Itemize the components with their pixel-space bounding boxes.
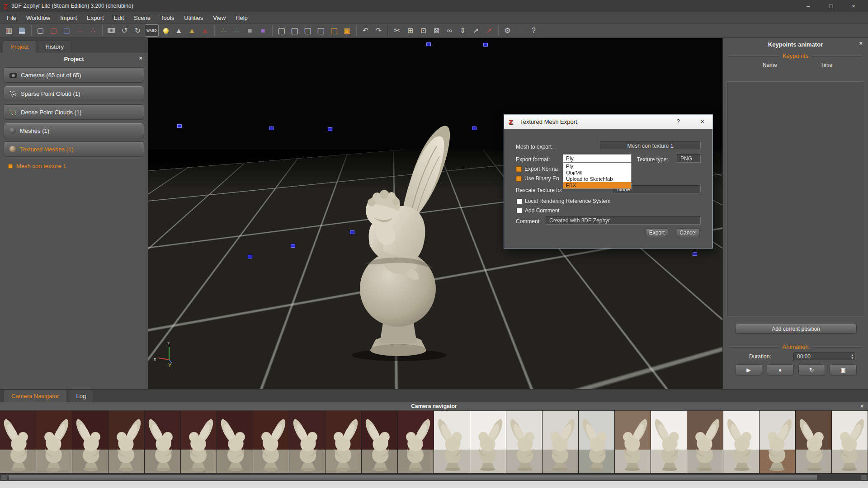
camera-thumbnail[interactable] [796,411,832,473]
project-panel-close-icon[interactable]: × [139,55,142,61]
camera-marker[interactable] [269,127,274,130]
camera-thumbnail[interactable] [723,411,760,473]
camera-thumbnail[interactable] [72,411,108,473]
project-item[interactable]: Textured Meshes (1) [4,141,144,157]
keypoints-panel-close-icon[interactable]: × [859,40,863,47]
redo-icon[interactable]: ↷ [373,24,385,37]
camera-view-icon[interactable] [105,24,118,37]
camera-marker[interactable] [328,127,332,131]
camera-thumbnail[interactable] [470,411,506,473]
minimize-button[interactable]: – [804,3,813,9]
thumbnail-scrollbar[interactable] [0,473,868,481]
camera-thumbnail[interactable] [362,411,398,473]
comment-input[interactable]: Created with 3DF Zephyr [546,216,701,225]
cube-gray-icon[interactable]: ■ [244,24,256,37]
camera-thumbnail[interactable] [434,411,470,473]
points-color2-icon[interactable]: ∴ [231,24,243,37]
delete-selection-icon[interactable]: ⊠ [430,24,443,37]
camera-marker[interactable] [177,124,182,128]
scrollbar-handle[interactable] [8,475,817,480]
camera-thumbnail[interactable] [253,411,289,473]
duration-input[interactable]: 00:00 ▲▼ [793,352,855,361]
rotate-cw-icon[interactable]: ↻ [132,24,144,37]
link-icon[interactable]: ∞ [443,24,456,37]
dense-cloud-red-icon[interactable]: ∴ [74,24,86,37]
bottom-tab[interactable]: Log [69,389,94,402]
grid-edit-icon[interactable]: ⊞ [404,24,416,37]
camera-thumbnail[interactable] [760,411,796,473]
panel-tab[interactable]: History [38,40,71,53]
local-rendering-checkbox[interactable] [516,198,522,204]
camera-marker[interactable] [693,252,697,256]
cancel-button[interactable]: Cancel [677,228,699,237]
points-color-icon[interactable]: ∴ [217,24,230,37]
camera-thumbnail[interactable] [832,411,868,473]
add-comment-checkbox[interactable] [516,208,522,214]
mesh-colored-icon[interactable]: ▲ [186,24,198,37]
select-inverse-icon[interactable]: ▢ [315,24,327,37]
select-poly-icon[interactable]: ▢ [288,24,301,37]
measure-icon[interactable]: ⇕ [457,24,469,37]
camera-thumbnail[interactable] [398,411,434,473]
camera-marker[interactable] [350,230,354,234]
project-item[interactable]: Sparse Point Cloud (1) [4,86,144,101]
maximize-button[interactable]: □ [826,3,835,9]
select-rect-icon[interactable]: ▢ [275,24,288,37]
menu-item[interactable]: Edit [109,12,129,23]
camera-thumbnail[interactable] [36,411,72,473]
select-color-icon[interactable]: ▢ [328,24,340,37]
menu-item[interactable]: View [208,12,231,23]
settings-gear-icon[interactable]: ⚙ [501,24,514,37]
workspace-box-blue-icon[interactable]: ▢ [61,24,73,37]
select-lasso-icon[interactable]: ▢ [302,24,314,37]
menu-item[interactable]: Import [55,12,82,23]
dialog-help-button[interactable]: ? [677,118,680,125]
viewer-icon[interactable]: ∞ [514,24,527,37]
project-item[interactable]: Cameras (65 out of 65) [4,67,144,83]
scroll-right-button[interactable] [861,474,867,481]
camera-marker[interactable] [426,42,431,46]
wasd-mode-icon[interactable]: WASD [145,24,159,37]
dropdown-option[interactable]: Upload to Sketchfab [563,176,631,182]
workspace-box-red-icon[interactable]: ▢ [47,24,60,37]
camera-marker[interactable] [291,244,295,248]
play-button[interactable]: ▶ [735,364,762,375]
project-item[interactable]: Dense Point Clouds (1) [4,104,144,120]
mask-edit-icon[interactable]: ⊡ [417,24,429,37]
camera-thumbnail[interactable] [687,411,723,473]
camera-thumbnail[interactable] [542,411,579,473]
menu-item[interactable]: Scene [129,12,156,23]
texture-type-combobox[interactable]: PNG [677,154,701,163]
camera-navigator-close-icon[interactable]: × [860,403,863,409]
dropdown-option[interactable]: Ply [563,163,631,169]
scroll-left-button[interactable] [1,474,7,481]
loop-button[interactable]: ↻ [798,364,826,375]
cut-selection-icon[interactable]: ✂ [391,24,403,37]
camera-thumbnail[interactable] [326,411,362,473]
keyframes-button[interactable]: ▣ [830,364,857,375]
dialog-close-button[interactable]: × [700,117,704,125]
close-button[interactable]: × [849,3,858,9]
menu-item[interactable]: File [2,12,21,23]
menu-item[interactable]: Export [82,12,109,23]
export-format-combobox[interactable]: Ply [563,154,632,163]
keypoints-list[interactable] [726,81,864,317]
camera-marker[interactable] [483,43,488,47]
camera-thumbnail[interactable] [145,411,181,473]
export-model-icon[interactable]: ↗ [470,24,482,37]
camera-thumbnail[interactable] [651,411,687,473]
open-project-icon[interactable]: ▥ [3,24,15,37]
camera-thumbnail[interactable] [108,411,145,473]
light-icon[interactable] [160,24,172,37]
confirm-selection-icon[interactable]: ▣ [341,24,353,37]
add-current-position-button[interactable]: Add current position [735,324,857,334]
camera-marker[interactable] [472,127,476,130]
menu-item[interactable]: Workflow [21,12,55,23]
mesh-to-export-field[interactable]: Mesh con texture 1 [600,141,701,150]
menu-item[interactable]: Tools [156,12,179,23]
use-binary-checkbox[interactable] [516,176,522,182]
mesh-gray-icon[interactable]: ▲ [173,24,185,37]
dense-cloud-pink-icon[interactable]: ∴ [87,24,99,37]
camera-thumbnail[interactable] [506,411,542,473]
camera-thumbnail[interactable] [579,411,615,473]
